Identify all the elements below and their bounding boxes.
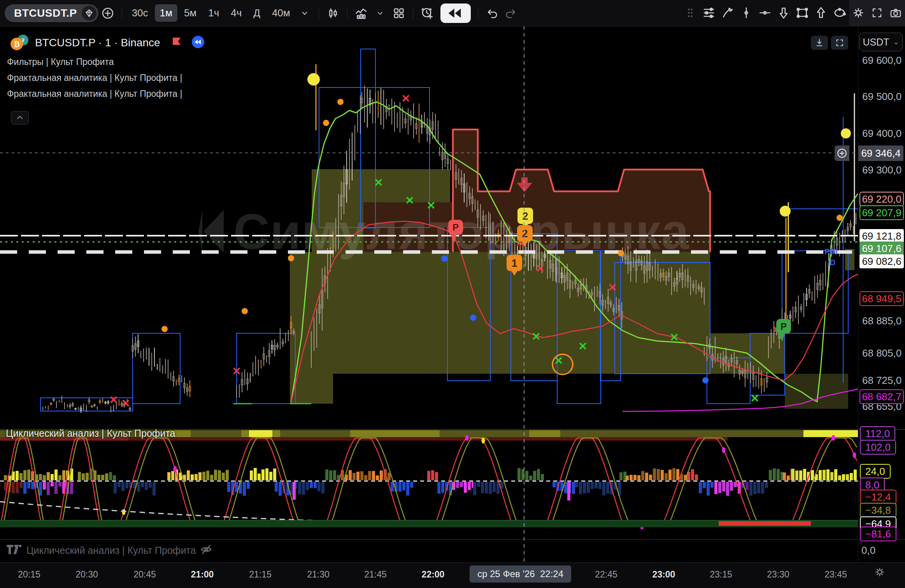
time-label: 20:45 — [133, 569, 156, 580]
price-gridline-label: 69 500,0 — [862, 91, 901, 103]
price-gridline-label: 68 885,0 — [862, 315, 901, 327]
symbol-label: BTCUSDT.P — [14, 7, 77, 19]
toolbar-divider — [319, 7, 319, 19]
layout-grid-button[interactable] — [389, 4, 408, 23]
time-label: 22:00 — [422, 569, 445, 580]
price-tag: 69 220,0 — [859, 192, 904, 206]
svg-text:2: 2 — [522, 228, 528, 240]
price-tag: 69 082,6 — [859, 254, 904, 268]
time-label: 21:15 — [249, 569, 272, 580]
lower-panel-footer: Циклический анализ | Культ Профита — [6, 543, 213, 558]
timeframe-1м[interactable]: 1м — [155, 4, 177, 22]
trading-app: Симулятор рынка✕✕✕✕✕✕✕✕✕✕✕✕✕✕✕✕221PPР/ПD… — [0, 0, 905, 588]
currency-label: USDT — [863, 37, 889, 48]
toolbar-raised-section — [849, 0, 905, 26]
price-gridline-label: 69 600,0 — [862, 54, 901, 66]
price-gridline-label: 69 300,0 — [862, 164, 901, 176]
legend-collapse-button[interactable] — [11, 111, 29, 124]
svg-text:Р/П: Р/П — [824, 247, 837, 256]
time-axis-settings-gear-icon[interactable] — [874, 566, 886, 579]
price-gridline-label: 69 400,0 — [862, 128, 901, 140]
time-label: 23:00 — [652, 569, 675, 580]
arrow-down-tool-button[interactable] — [774, 4, 793, 22]
crosshair-time-label: ср 25 Фев '26 22:24 — [470, 565, 571, 583]
svg-text:✕: ✕ — [405, 194, 414, 206]
screenshot-camera-button[interactable] — [886, 4, 905, 22]
time-label: 20:15 — [18, 569, 40, 580]
redo-button[interactable] — [502, 4, 520, 23]
horizontal-line-tool-button[interactable] — [756, 4, 774, 22]
svg-text:✕: ✕ — [401, 93, 410, 105]
timeframe-30с[interactable]: 30с — [127, 4, 153, 22]
brush-tool-button[interactable] — [718, 4, 737, 22]
indicator-legend-row[interactable]: Фильтры | Культ Профита — [7, 57, 205, 67]
svg-text:✕: ✕ — [608, 282, 617, 294]
lower-panel-title[interactable]: Циклический анализ | Культ Профита — [6, 428, 175, 439]
svg-text:✕: ✕ — [670, 331, 679, 343]
svg-text:✕: ✕ — [578, 340, 587, 352]
indicator-tag: 24,0 — [860, 464, 891, 479]
chart-style-button[interactable] — [324, 4, 342, 23]
object-tree-button[interactable] — [700, 4, 718, 22]
undo-button[interactable] — [483, 4, 502, 23]
flag-bookmark-icon[interactable] — [170, 36, 183, 49]
crosshair-price-label: 69 346,4 — [858, 145, 903, 161]
time-label: 21:00 — [191, 569, 214, 580]
time-label: 22:45 — [595, 569, 617, 580]
price-tag: 68 949,5 — [859, 291, 904, 306]
toolbar-divider — [413, 7, 413, 19]
lower-panel-footer-title[interactable]: Циклический анализ | Культ Профита — [26, 545, 196, 556]
maximize-pane-button[interactable] — [831, 36, 848, 50]
timeframe-chevron-down-icon[interactable] — [295, 4, 314, 23]
svg-text:1: 1 — [511, 257, 517, 269]
indicators-button[interactable] — [352, 4, 371, 23]
svg-text:✕: ✕ — [121, 397, 130, 410]
toolbar-divider — [347, 7, 347, 19]
settings-gear-button[interactable] — [849, 4, 868, 22]
top-toolbar: BTCUSDT.P 30с1м5м1ч4чД40м — [0, 0, 905, 26]
price-tag: 69 121,8 — [859, 229, 904, 243]
scroll-to-recent-button[interactable] — [811, 36, 828, 50]
currency-selector[interactable]: USDT ⌄ — [859, 33, 903, 51]
crosshair-add-alert-icon[interactable] — [835, 145, 849, 161]
indicator-legend-row[interactable]: Фрактальная аналитика | Культ Профита | — [7, 73, 205, 83]
svg-text:✕: ✕ — [535, 262, 544, 275]
svg-text:✕: ✕ — [374, 177, 383, 189]
price-axis[interactable]: USDT ⌄ 69 600,069 500,069 400,069 300,06… — [858, 26, 905, 563]
eye-off-icon[interactable] — [200, 543, 213, 558]
svg-text:2: 2 — [522, 210, 528, 222]
replay-active-icon[interactable] — [191, 35, 205, 50]
price-gridline-label: 68 805,0 — [862, 347, 901, 359]
diamond-icon[interactable] — [82, 6, 96, 21]
timeframe-Д[interactable]: Д — [248, 4, 265, 22]
time-label: 23:15 — [710, 569, 732, 580]
timeframe-1ч[interactable]: 1ч — [203, 4, 224, 22]
timeframe-40м[interactable]: 40м — [267, 4, 295, 22]
timeframe-4ч[interactable]: 4ч — [226, 4, 247, 22]
fullscreen-button[interactable] — [868, 4, 886, 22]
symbol-logo: ₮₿ — [7, 34, 30, 51]
svg-text:✕: ✕ — [426, 200, 435, 212]
time-axis[interactable]: 20:1520:3020:4521:0021:1521:3021:4522:00… — [0, 562, 905, 588]
vertical-line-tool-button[interactable] — [737, 4, 756, 22]
timeframe-5м[interactable]: 5м — [179, 4, 202, 22]
drag-handle-icon[interactable] — [681, 4, 700, 22]
indicator-tag: 112,0 — [860, 426, 895, 441]
replay-button[interactable] — [440, 4, 471, 23]
svg-text:✕: ✕ — [750, 392, 759, 404]
tradingview-logo[interactable] — [6, 544, 23, 556]
price-tag: 69 107,6 — [859, 242, 904, 256]
indicators-chevron-down-icon[interactable] — [371, 4, 389, 23]
alert-add-button[interactable] — [418, 4, 437, 23]
ellipse-tool-button[interactable] — [830, 4, 849, 22]
svg-text:P: P — [452, 222, 459, 233]
add-compare-button[interactable] — [98, 4, 117, 23]
svg-text:✕: ✕ — [109, 394, 118, 406]
arrow-up-tool-button[interactable] — [812, 4, 830, 22]
drawing-toolbar — [681, 0, 905, 26]
svg-text:✕: ✕ — [232, 365, 241, 377]
svg-text:₿: ₿ — [14, 40, 19, 48]
indicator-legend-row[interactable]: Фрактальная аналитика | Культ Профита | — [7, 89, 205, 99]
rectangle-tool-button[interactable] — [793, 4, 812, 22]
symbol-button[interactable]: BTCUSDT.P — [5, 4, 98, 22]
